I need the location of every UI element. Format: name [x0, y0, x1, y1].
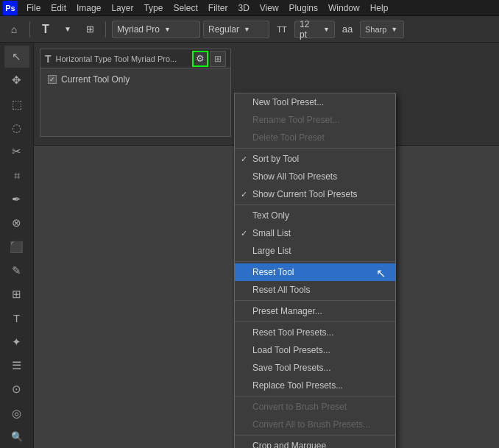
menu-text-only[interactable]: Text Only: [235, 207, 395, 224]
sep-7: [235, 435, 395, 435]
menu-delete-tool-preset: Delete Tool Preset: [235, 129, 395, 146]
anti-alias-label: aa: [338, 20, 357, 39]
tool-artboard[interactable]: ✥: [4, 69, 29, 91]
content-area: T Horizontal Type Tool Myriad Pro... ⚙ ⊞…: [34, 43, 499, 448]
menu-reset-tool-presets[interactable]: Reset Tool Presets...: [235, 324, 395, 341]
menu-3d[interactable]: 3D: [233, 1, 253, 15]
tool-eraser[interactable]: ⊞: [4, 283, 29, 305]
menu-show-current-tool-presets[interactable]: ✓ Show Current Tool Presets: [235, 185, 395, 203]
menu-help[interactable]: Help: [366, 1, 393, 15]
gear-button[interactable]: ⚙: [192, 51, 208, 67]
main-area: ↖ ✥ ⬚ ◌ ✂ ⌗ ✒ ⊗ ⬛ ✎ ⊞ T ✦ ☰ ⊙ ◎ 🔍 T Hori…: [0, 43, 499, 448]
current-tool-only-checkbox[interactable]: ✓: [48, 75, 57, 84]
toolbar-sep-1: [29, 21, 30, 38]
font-size-dropdown[interactable]: 12 pt ▼: [294, 21, 335, 38]
checkmark-current: ✓: [241, 190, 247, 199]
menu-select[interactable]: Select: [169, 1, 202, 15]
tool-lasso[interactable]: ◌: [4, 117, 29, 139]
font-size-arrow: ▼: [323, 26, 330, 33]
menu-sort-by-tool[interactable]: ✓ Sort by Tool: [235, 150, 395, 168]
preset-panel-header: T Horizontal Type Tool Myriad Pro... ⚙ ⊞: [40, 49, 230, 68]
menu-preset-manager[interactable]: Preset Manager...: [235, 302, 395, 320]
type-toggle-icon[interactable]: ▼: [58, 20, 77, 39]
tool-eyedropper[interactable]: ⌗: [4, 164, 29, 186]
menu-small-list[interactable]: ✓ Small List: [235, 224, 395, 242]
preset-header-left: T Horizontal Type Tool Myriad Pro...: [45, 53, 177, 65]
ps-logo: Ps: [3, 1, 18, 15]
options-bar: ⌂ T ▼ ⊞ Myriad Pro ▼ Regular ▼ TT 12 pt …: [0, 16, 499, 43]
menu-view[interactable]: View: [255, 1, 283, 15]
tool-zoom[interactable]: 🔍: [4, 426, 29, 448]
left-toolbar: ↖ ✥ ⬚ ◌ ✂ ⌗ ✒ ⊗ ⬛ ✎ ⊞ T ✦ ☰ ⊙ ◎ 🔍: [0, 43, 34, 448]
anti-alias-arrow: ▼: [391, 26, 397, 33]
tool-dodge[interactable]: ✦: [4, 331, 29, 353]
sep-3: [235, 261, 395, 262]
tool-crop[interactable]: ✂: [4, 141, 29, 163]
menu-filter[interactable]: Filter: [204, 1, 233, 15]
checkmark-sort: ✓: [241, 154, 247, 164]
tool-preset-panel: T Horizontal Type Tool Myriad Pro... ⚙ ⊞…: [40, 49, 231, 137]
tool-history[interactable]: ✎: [4, 260, 29, 282]
sep-5: [235, 321, 395, 322]
menu-bar: Ps File Edit Image Layer Type Select Fil…: [0, 0, 499, 16]
menu-rename-tool-preset: Rename Tool Preset...: [235, 111, 395, 129]
menu-load-tool-presets[interactable]: Load Tool Presets...: [235, 341, 395, 359]
anti-alias-dropdown[interactable]: Sharp ▼: [360, 21, 404, 38]
home-button[interactable]: ⌂: [4, 20, 24, 39]
menu-type[interactable]: Type: [139, 1, 167, 15]
font-size-icon: TT: [272, 20, 291, 39]
current-tool-only-row: ✓ Current Tool Only: [45, 73, 226, 86]
font-style-arrow: ▼: [244, 26, 250, 33]
toolbar-sep-2: [105, 21, 106, 38]
preset-panel-title: Horizontal Type Tool Myriad Pro...: [56, 54, 177, 63]
menu-edit[interactable]: Edit: [46, 1, 71, 15]
menu-new-tool-preset[interactable]: New Tool Preset...: [235, 93, 395, 111]
tool-move[interactable]: ↖: [4, 46, 29, 68]
menu-convert-to-brush-preset: Convert to Brush Preset: [235, 398, 395, 416]
current-tool-only-label: Current Tool Only: [61, 74, 130, 85]
menu-plugins[interactable]: Plugins: [285, 1, 322, 15]
tool-clone[interactable]: ⬛: [4, 235, 29, 257]
preset-panel-content: ✓ Current Tool Only: [40, 68, 230, 136]
menu-window[interactable]: Window: [324, 1, 364, 15]
preset-tool-t-icon: T: [45, 53, 52, 65]
menu-save-tool-presets[interactable]: Save Tool Presets...: [235, 359, 395, 377]
type-options-icon[interactable]: ⊞: [80, 20, 99, 39]
tool-path[interactable]: ◎: [4, 402, 29, 424]
sep-4: [235, 300, 395, 301]
menu-layer[interactable]: Layer: [107, 1, 138, 15]
type-tool-icon[interactable]: T: [36, 20, 55, 39]
sep-2: [235, 205, 395, 205]
tool-healing[interactable]: ✒: [4, 188, 29, 210]
menu-reset-all-tools[interactable]: Reset All Tools: [235, 281, 395, 299]
dropdown-menu: New Tool Preset... Rename Tool Preset...…: [234, 93, 396, 448]
menu-file[interactable]: File: [22, 1, 45, 15]
menu-image[interactable]: Image: [72, 1, 105, 15]
tool-marquee[interactable]: ⬚: [4, 93, 29, 115]
menu-convert-all-to-brush-presets: Convert All to Brush Presets...: [235, 416, 395, 433]
checkmark-small-list: ✓: [241, 229, 247, 238]
tool-gradient[interactable]: T: [4, 307, 29, 329]
preset-add-button[interactable]: ⊞: [210, 51, 226, 67]
menu-show-all-tool-presets[interactable]: Show All Tool Presets: [235, 168, 395, 185]
tool-pen[interactable]: ☰: [4, 355, 29, 377]
menu-replace-tool-presets[interactable]: Replace Tool Presets...: [235, 377, 395, 394]
sep-1: [235, 148, 395, 149]
tool-brush[interactable]: ⊗: [4, 212, 29, 234]
font-name-dropdown[interactable]: Myriad Pro ▼: [112, 21, 200, 38]
tool-type[interactable]: ⊙: [4, 378, 29, 400]
font-style-dropdown[interactable]: Regular ▼: [203, 21, 269, 38]
menu-reset-tool[interactable]: Reset Tool ↖: [235, 263, 395, 281]
menu-large-list[interactable]: Large List: [235, 242, 395, 260]
font-name-arrow: ▼: [164, 26, 171, 33]
cursor-icon: ↖: [376, 266, 385, 278]
menu-crop-and-marquee[interactable]: Crop and Marquee: [235, 437, 395, 448]
sep-6: [235, 396, 395, 397]
